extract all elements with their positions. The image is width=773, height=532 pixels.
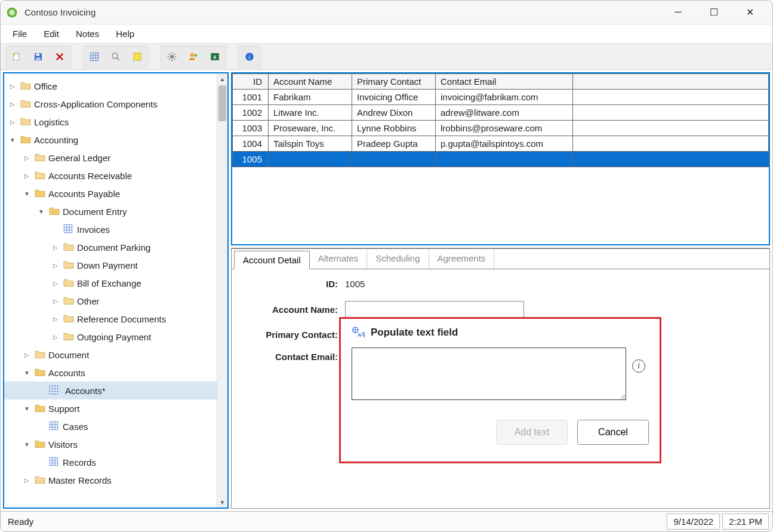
titlebar: Contoso Invoicing ─ ☐ ✕: [1, 1, 772, 24]
tree-item-label: Invoices: [77, 225, 110, 235]
table-row[interactable]: 1004Tailspin ToysPradeep Guptap.gupta@ta…: [233, 136, 769, 152]
svg-point-15: [170, 55, 174, 59]
tree-item[interactable]: ▷Down Payment: [4, 256, 217, 274]
tree-item[interactable]: ▼Visitors: [4, 435, 217, 453]
tree-item[interactable]: ▷Office: [4, 77, 217, 95]
cancel-button[interactable]: Cancel: [577, 420, 649, 445]
popup-info-icon[interactable]: i: [632, 359, 645, 373]
tree-item[interactable]: Invoices: [4, 220, 217, 238]
tree-item[interactable]: ▷Cross-Application Components: [4, 95, 217, 113]
maximize-button[interactable]: ☐: [703, 7, 725, 18]
expand-closed-icon[interactable]: ▷: [51, 334, 60, 340]
popup-textarea[interactable]: [352, 348, 626, 400]
expand-closed-icon[interactable]: ▷: [51, 244, 60, 251]
main-area: ▷Office▷Cross-Application Components▷Log…: [1, 70, 772, 511]
table-row[interactable]: 1001FabrikamInvoicing Officeinvoicing@fa…: [233, 90, 769, 105]
tree-item[interactable]: ▷Bill of Exchange: [4, 274, 217, 292]
tree-item[interactable]: ▷Other: [4, 292, 217, 310]
tree-item[interactable]: ▷Document: [4, 346, 217, 364]
expand-closed-icon[interactable]: ▷: [8, 101, 17, 107]
expand-open-icon[interactable]: ▼: [8, 137, 17, 143]
add-text-button[interactable]: Add text: [496, 420, 568, 445]
label-contact-email: Contact Email:: [244, 352, 345, 362]
menu-file[interactable]: File: [5, 27, 34, 40]
expand-closed-icon[interactable]: ▷: [22, 155, 32, 161]
tree-item[interactable]: ▷Master Records: [4, 471, 217, 489]
expand-open-icon[interactable]: ▼: [36, 208, 46, 215]
tree-item[interactable]: ▼Accounting: [4, 131, 217, 149]
expand-closed-icon[interactable]: ▷: [51, 280, 60, 287]
cell-contact: Invoicing Office: [352, 90, 436, 105]
tab-account-detail[interactable]: Account Detail: [234, 251, 310, 269]
excel-icon[interactable]: X: [205, 47, 224, 66]
label-primary-contact: Primary Contact:: [244, 330, 345, 340]
tree-item[interactable]: ▷Outgoing Payment: [4, 328, 217, 346]
expand-open-icon[interactable]: ▼: [22, 441, 32, 448]
scrollbar[interactable]: ▲ ▼: [217, 73, 227, 508]
svg-rect-30: [64, 225, 72, 233]
tab-alternates[interactable]: Alternates: [310, 249, 368, 269]
folder-icon: [63, 331, 75, 343]
tree-item[interactable]: Cases: [4, 417, 217, 435]
tree-item[interactable]: ▼Document Entry: [4, 202, 217, 220]
tab-agreements[interactable]: Agreements: [429, 249, 495, 269]
account-name-input[interactable]: [345, 301, 524, 318]
note-icon[interactable]: [128, 47, 147, 66]
tree-item[interactable]: ▷General Ledger: [4, 149, 217, 167]
col-id[interactable]: ID: [233, 74, 269, 90]
expand-open-icon[interactable]: ▼: [22, 405, 32, 412]
tree-item[interactable]: Records: [4, 453, 217, 471]
folder-icon: [34, 188, 46, 199]
menu-help[interactable]: Help: [109, 27, 141, 40]
scroll-thumb[interactable]: [218, 85, 226, 121]
tree-item[interactable]: ▷Reference Documents: [4, 310, 217, 328]
save-icon[interactable]: [29, 47, 48, 66]
col-primary-contact[interactable]: Primary Contact: [352, 74, 436, 90]
expand-closed-icon[interactable]: ▷: [8, 83, 17, 90]
close-button[interactable]: ✕: [739, 7, 760, 18]
expand-closed-icon[interactable]: ▷: [22, 477, 32, 484]
cell-id: 1004: [233, 136, 269, 152]
col-account-name[interactable]: Account Name: [269, 74, 352, 90]
table-row[interactable]: 1005: [233, 152, 769, 167]
tree-item-label: Records: [63, 457, 96, 468]
expand-closed-icon[interactable]: ▷: [51, 262, 60, 269]
users-icon[interactable]: [184, 47, 203, 66]
search-icon[interactable]: [106, 47, 125, 66]
tab-scheduling[interactable]: Scheduling: [367, 249, 429, 269]
svg-line-20: [169, 53, 170, 54]
menu-edit[interactable]: Edit: [36, 27, 66, 40]
accounts-table[interactable]: ID Account Name Primary Contact Contact …: [232, 73, 769, 167]
expand-open-icon[interactable]: ▼: [22, 370, 32, 376]
tree-item[interactable]: ▷Accounts Receivable: [4, 167, 217, 184]
tree-item[interactable]: ▷Logistics: [4, 113, 217, 131]
scroll-down-icon[interactable]: ▼: [217, 497, 227, 508]
expand-closed-icon[interactable]: ▷: [51, 316, 60, 322]
menubar: File Edit Notes Help: [1, 24, 772, 44]
minimize-button[interactable]: ─: [667, 7, 689, 18]
expand-closed-icon[interactable]: ▷: [8, 119, 17, 125]
grid-icon[interactable]: [85, 47, 104, 66]
gear-icon[interactable]: [162, 47, 181, 66]
scroll-up-icon[interactable]: ▲: [217, 73, 227, 84]
new-document-icon[interactable]: ✦: [7, 47, 26, 66]
tree-item[interactable]: ▷Document Parking: [4, 238, 217, 256]
delete-icon[interactable]: [50, 47, 69, 66]
tree-view[interactable]: ▷Office▷Cross-Application Components▷Log…: [4, 73, 217, 508]
menu-notes[interactable]: Notes: [69, 27, 106, 40]
col-contact-email[interactable]: Contact Email: [436, 74, 573, 90]
expand-closed-icon[interactable]: ▷: [51, 298, 60, 305]
tree-item[interactable]: ▼Support: [4, 399, 217, 417]
tree-item[interactable]: ▼Accounts Payable: [4, 184, 217, 202]
svg-rect-14: [134, 53, 141, 60]
table-row[interactable]: 1003Proseware, Inc.Lynne Robbinslrobbins…: [233, 121, 769, 136]
expand-closed-icon[interactable]: ▷: [22, 352, 32, 358]
tree-item[interactable]: ▼Accounts: [4, 364, 217, 382]
expand-open-icon[interactable]: ▼: [22, 190, 32, 197]
tree-item[interactable]: Accounts*: [4, 382, 217, 399]
table-row[interactable]: 1002Litware Inc.Andrew Dixonadrew@litwar…: [233, 105, 769, 121]
tree-item-label: Cases: [63, 422, 88, 432]
expand-closed-icon[interactable]: ▷: [22, 173, 32, 179]
info-icon[interactable]: i: [240, 47, 259, 66]
folder-icon: [63, 296, 75, 307]
